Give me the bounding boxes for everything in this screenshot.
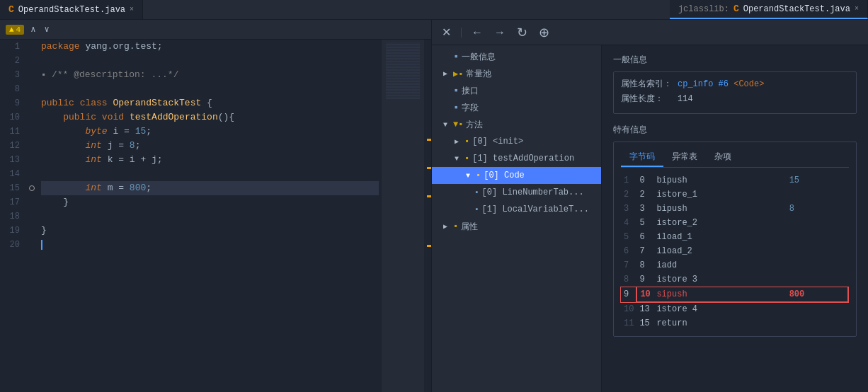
code-line: public class OperandStackTest { xyxy=(41,96,379,110)
table-row: 4 5 istore_2 xyxy=(621,216,848,230)
tree-item-label: 常量池 xyxy=(466,68,491,80)
attr-name-row: 属性名索引： cp_info #6 <Code> xyxy=(621,78,849,90)
attr-name-link[interactable]: cp_info #6 xyxy=(678,79,729,89)
table-row: 8 9 istore 3 xyxy=(621,272,848,287)
tree-item-local-var[interactable]: ▪ [1] LocalVariableT... xyxy=(432,201,601,218)
close-button[interactable]: ✕ xyxy=(439,24,454,40)
code-line: } xyxy=(41,224,379,238)
general-info-title: 一般信息 xyxy=(613,54,857,66)
jclasslib-panel: ✕ ← → ↻ ⊕ ▪ 一般信息 ▶ ▶▪ 常量池 xyxy=(432,20,868,392)
detail-panel: 一般信息 属性名索引： cp_info #6 <Code> 属性长度： 114 … xyxy=(602,45,868,392)
refresh-button[interactable]: ↻ xyxy=(514,23,530,42)
table-row: 3 3 bipush 8 xyxy=(621,202,848,216)
code-line xyxy=(41,238,379,252)
expand-icon: ▼ xyxy=(440,121,450,129)
bc-tab-exception[interactable]: 异常表 xyxy=(663,148,706,167)
code-line: ▪ /** @description: ...*/ xyxy=(41,68,379,82)
warning-badge: ▲ 4 xyxy=(6,25,24,35)
gutter xyxy=(25,40,38,392)
minimap xyxy=(382,40,424,392)
scroll-marker xyxy=(427,167,431,169)
scroll-marker xyxy=(427,245,431,247)
attr-len-label: 属性长度： xyxy=(621,93,678,105)
scroll-markers xyxy=(424,40,431,392)
tree-item-label: [1] testAddOperation xyxy=(472,154,574,163)
forward-button[interactable]: → xyxy=(491,25,508,40)
editor-body: 1 2 3 8 9 10 11 12 13 14 15 17 18 19 20 xyxy=(0,40,431,392)
tab-left-label: OperandStackTest.java xyxy=(18,5,125,15)
expand-icon: ▶ xyxy=(452,137,462,146)
tab-right-jclasslib[interactable]: jclasslib: C OperandStackTest.java × xyxy=(670,0,868,19)
divider xyxy=(461,28,462,38)
warning-count: 4 xyxy=(16,25,21,34)
tree-item-constant-pool[interactable]: ▶ ▶▪ 常量池 xyxy=(432,65,601,82)
code-line xyxy=(41,82,379,96)
tree-item-interfaces[interactable]: ▪ 接口 xyxy=(432,82,601,99)
table-row: 10 13 istore 4 xyxy=(621,302,848,317)
jclasslib-toolbar: ✕ ← → ↻ ⊕ xyxy=(432,20,868,45)
back-button[interactable]: ← xyxy=(469,25,486,40)
code-line xyxy=(41,209,379,224)
line-numbers: 1 2 3 8 9 10 11 12 13 14 15 17 18 19 20 xyxy=(0,40,25,392)
folder-icon: ▼▪ xyxy=(453,120,463,129)
special-info-title: 特有信息 xyxy=(613,124,857,136)
tree-item-method-test[interactable]: ▼ ▪ [1] testAddOperation xyxy=(432,150,601,167)
table-row: 5 6 iload_1 xyxy=(621,230,848,244)
code-line: public void testAddOperation(){ xyxy=(41,110,379,125)
tree-item-attributes[interactable]: ▶ ▪ 属性 xyxy=(432,218,601,235)
tree-panel: ▪ 一般信息 ▶ ▶▪ 常量池 ▪ 接口 ▪ xyxy=(432,45,602,392)
attr-len-value: 114 xyxy=(678,94,693,104)
expand-icon: ▶ xyxy=(440,222,450,231)
folder-icon: ▪ xyxy=(453,85,459,96)
tree-item-label: 接口 xyxy=(462,85,479,97)
bytecode-table: 1 0 bipush 15 2 2 istore_1 xyxy=(621,173,849,330)
code-line-current: int m = 800; xyxy=(41,181,379,195)
tab-left-close[interactable]: × xyxy=(130,6,134,13)
code-area[interactable]: package yang.org.test; ▪ /** @descriptio… xyxy=(38,40,382,392)
tree-item-code[interactable]: ▼ ▪ [0] Code xyxy=(432,167,601,184)
bc-tab-bytecode[interactable]: 字节码 xyxy=(621,148,663,167)
up-btn[interactable]: ∧ xyxy=(28,23,38,35)
file-icon: ▪ xyxy=(474,205,479,214)
tab-right-close[interactable]: × xyxy=(855,5,859,13)
code-line xyxy=(41,54,379,68)
code-line: int k = i + j; xyxy=(41,153,379,167)
scroll-marker xyxy=(427,139,431,141)
tree-item-general[interactable]: ▪ 一般信息 xyxy=(432,48,601,65)
tree-item-methods[interactable]: ▼ ▼▪ 方法 xyxy=(432,116,601,133)
table-row: 2 2 istore_1 xyxy=(621,188,848,202)
scroll-marker xyxy=(427,195,431,197)
tree-item-method-init[interactable]: ▶ ▪ [0] <init> xyxy=(432,133,601,150)
warning-icon: ▲ xyxy=(9,25,14,34)
tree-item-fields[interactable]: ▪ 字段 xyxy=(432,99,601,116)
bytecode-tabs: 字节码 异常表 杂项 xyxy=(621,148,849,168)
jclasslib-body: ▪ 一般信息 ▶ ▶▪ 常量池 ▪ 接口 ▪ xyxy=(432,45,868,392)
tree-item-line-number[interactable]: ▪ [0] LineNumberTab... xyxy=(432,184,601,201)
attr-name-tag: <Code> xyxy=(733,79,764,89)
tree-item-label: [0] LineNumberTab... xyxy=(482,188,584,197)
code-line: package yang.org.test; xyxy=(41,40,379,54)
attr-len-row: 属性长度： 114 xyxy=(621,93,849,105)
editor-panel: ▲ 4 ∧ ∨ 1 2 3 8 9 10 11 12 13 14 15 17 1… xyxy=(0,20,432,392)
row-line: 1 xyxy=(621,173,636,188)
folder-icon: ▶▪ xyxy=(453,69,463,79)
folder-icon: ▪ xyxy=(476,171,481,180)
code-line xyxy=(41,167,379,181)
code-line: byte i = 15; xyxy=(41,125,379,139)
folder-icon: ▪ xyxy=(464,137,469,146)
table-row: 1 0 bipush 15 xyxy=(621,173,848,188)
expand-icon: ▶ xyxy=(440,69,450,78)
folder-icon: ▪ xyxy=(453,51,459,62)
editor-toolbar: ▲ 4 ∧ ∨ xyxy=(0,20,431,40)
main-content: ▲ 4 ∧ ∨ 1 2 3 8 9 10 11 12 13 14 15 17 1… xyxy=(0,20,868,392)
table-row: 6 7 iload_2 xyxy=(621,244,848,258)
tree-item-label: 方法 xyxy=(466,119,483,131)
down-btn[interactable]: ∨ xyxy=(42,23,51,35)
general-info-box: 属性名索引： cp_info #6 <Code> 属性长度： 114 xyxy=(613,71,857,114)
globe-button[interactable]: ⊕ xyxy=(536,23,552,42)
minimap-thumbnail xyxy=(386,42,420,99)
row-arg: 15 xyxy=(787,173,848,188)
tab-bar: C OperandStackTest.java × jclasslib: C O… xyxy=(0,0,868,20)
tab-left-java[interactable]: C OperandStackTest.java × xyxy=(0,0,143,19)
bc-tab-misc[interactable]: 杂项 xyxy=(706,148,740,167)
